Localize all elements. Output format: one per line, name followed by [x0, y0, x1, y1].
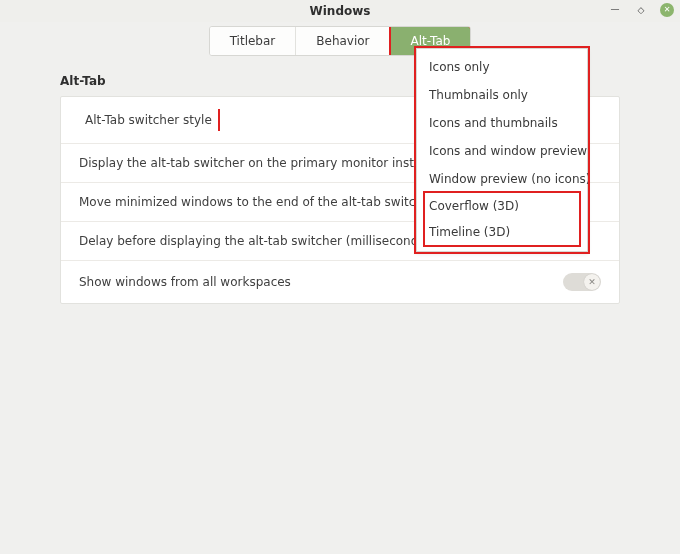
window-titlebar: Windows	[0, 0, 680, 22]
window-title: Windows	[310, 4, 371, 18]
option-3d-group-highlight: Coverflow (3D) Timeline (3D)	[425, 193, 579, 245]
option-icons-preview[interactable]: Icons and window preview	[417, 137, 587, 165]
option-preview-noicons[interactable]: Window preview (no icons)	[417, 165, 587, 193]
maximize-icon[interactable]	[634, 3, 648, 17]
tab-titlebar[interactable]: Titlebar	[210, 27, 297, 55]
tab-behavior[interactable]: Behavior	[296, 27, 390, 55]
switcher-style-dropdown[interactable]: Icons only Thumbnails only Icons and thu…	[416, 48, 588, 252]
toggle-knob-icon	[584, 274, 600, 290]
toggle-all-workspaces[interactable]	[563, 273, 601, 291]
label-all-workspaces: Show windows from all workspaces	[79, 275, 563, 289]
row-all-workspaces: Show windows from all workspaces	[61, 261, 619, 303]
option-timeline-3d[interactable]: Timeline (3D)	[425, 219, 579, 245]
option-icons-thumbnails[interactable]: Icons and thumbnails	[417, 109, 587, 137]
close-icon[interactable]	[660, 3, 674, 17]
minimize-icon[interactable]	[608, 3, 622, 17]
option-coverflow-3d[interactable]: Coverflow (3D)	[425, 193, 579, 219]
option-thumbnails-only[interactable]: Thumbnails only	[417, 81, 587, 109]
window-controls	[608, 3, 674, 17]
option-icons-only[interactable]: Icons only	[417, 53, 587, 81]
